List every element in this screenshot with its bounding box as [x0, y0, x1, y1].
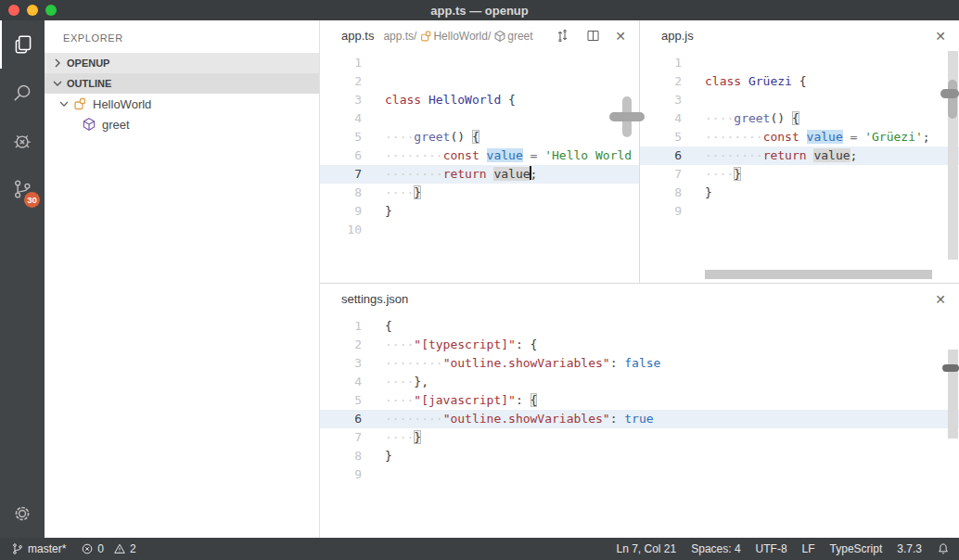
- zoom-window-button[interactable]: [45, 5, 57, 16]
- code-line-10[interactable]: 10: [320, 221, 639, 239]
- vertical-scrollbar-slider-app-js[interactable]: [948, 80, 957, 119]
- sash-handle-app-js[interactable]: [940, 89, 959, 98]
- vertical-scrollbar-track-settings[interactable]: [948, 350, 958, 439]
- outline-item-helloworld[interactable]: HelloWorld: [45, 94, 319, 114]
- code-line-5[interactable]: 5····"[javascript]": {: [320, 391, 959, 410]
- breadcrumb-method[interactable]: greet: [491, 30, 532, 43]
- close-editor-icon[interactable]: ✕: [935, 30, 946, 43]
- status-cursor-position[interactable]: Ln 7, Col 21: [616, 542, 676, 555]
- status-ts-version[interactable]: 3.7.3: [897, 542, 922, 555]
- line-number[interactable]: 1: [320, 317, 362, 336]
- line-number[interactable]: 10: [320, 221, 362, 239]
- line-number[interactable]: 1: [640, 54, 682, 72]
- code-line-8[interactable]: 8}: [320, 447, 959, 465]
- close-editor-icon[interactable]: ✕: [615, 30, 626, 43]
- line-number[interactable]: 5: [320, 128, 362, 146]
- code-line-2[interactable]: 2····"[typescript]": {: [320, 336, 959, 354]
- minimize-window-button[interactable]: [27, 5, 38, 16]
- line-number[interactable]: 7: [320, 428, 362, 447]
- sash-handle-app-ts[interactable]: [609, 112, 645, 121]
- code-line-8[interactable]: 8}: [640, 184, 959, 202]
- code-line-3[interactable]: 3: [640, 91, 959, 109]
- activity-item-explorer[interactable]: [0, 20, 45, 69]
- code-line-5[interactable]: 5····greet() {: [320, 128, 639, 146]
- line-number[interactable]: 9: [320, 465, 362, 484]
- code-line-1[interactable]: 1: [320, 54, 639, 72]
- status-encoding[interactable]: UTF-8: [756, 542, 787, 555]
- status-language[interactable]: TypeScript: [830, 542, 883, 555]
- section-openup[interactable]: OPENUP: [45, 53, 319, 73]
- tab-settings-json[interactable]: settings.json: [341, 292, 408, 306]
- status-branch[interactable]: master*: [11, 542, 66, 555]
- close-editor-icon[interactable]: ✕: [935, 293, 946, 306]
- code-line-9[interactable]: 9}: [320, 202, 639, 221]
- activity-item-settings[interactable]: [0, 490, 45, 538]
- code-line-5[interactable]: 5········const value = 'Grüezi';: [640, 128, 959, 146]
- vertical-scrollbar-slider-settings[interactable]: [942, 364, 959, 372]
- breadcrumb-file[interactable]: app.ts/: [383, 30, 416, 43]
- line-number[interactable]: 9: [320, 202, 362, 221]
- code-line-4[interactable]: 4····greet() {: [640, 109, 959, 128]
- line-number[interactable]: 6: [640, 146, 682, 165]
- status-indentation[interactable]: Spaces: 4: [691, 542, 740, 555]
- code-line-8[interactable]: 8····}: [320, 184, 639, 202]
- status-notifications[interactable]: [937, 542, 950, 555]
- code-line-3[interactable]: 3class HelloWorld {: [320, 91, 639, 109]
- line-number[interactable]: 8: [320, 447, 362, 465]
- line-number[interactable]: 9: [640, 202, 682, 221]
- code-line-9[interactable]: 9: [320, 465, 959, 484]
- line-number[interactable]: 1: [320, 54, 362, 72]
- split-editor-icon[interactable]: [584, 28, 601, 45]
- code-line-2[interactable]: 2class Grüezi {: [640, 72, 959, 91]
- status-eol[interactable]: LF: [802, 542, 815, 555]
- line-content: ········return value;: [705, 146, 857, 165]
- code-line-7[interactable]: 7····}: [320, 428, 959, 447]
- code-line-6[interactable]: 6········"outline.showVariables": true: [320, 410, 959, 428]
- line-number[interactable]: 2: [640, 72, 682, 91]
- code-line-6[interactable]: 6········const value = 'Hello World: [320, 146, 639, 165]
- code-line-9[interactable]: 9: [640, 202, 959, 221]
- code-line-7[interactable]: 7········return value;: [320, 165, 639, 184]
- code-line-4[interactable]: 4····},: [320, 373, 959, 391]
- line-number[interactable]: 3: [320, 354, 362, 373]
- code-line-2[interactable]: 2: [320, 72, 639, 91]
- tab-app-ts[interactable]: app.ts: [341, 29, 374, 43]
- line-number[interactable]: 6: [320, 410, 362, 428]
- line-number[interactable]: 2: [320, 336, 362, 354]
- line-number[interactable]: 3: [640, 91, 682, 109]
- line-number[interactable]: 8: [320, 184, 362, 202]
- close-window-button[interactable]: [8, 5, 19, 16]
- activity-item-source-control[interactable]: 30: [0, 165, 45, 213]
- code-line-4[interactable]: 4: [320, 109, 639, 128]
- activity-item-search[interactable]: [0, 69, 45, 117]
- line-number[interactable]: 4: [640, 109, 682, 128]
- line-number[interactable]: 4: [320, 109, 362, 128]
- code-line-3[interactable]: 3········"outline.showVariables": false: [320, 354, 959, 373]
- section-outline[interactable]: OUTLINE: [45, 73, 319, 94]
- line-number[interactable]: 3: [320, 91, 362, 109]
- breadcrumb-method-label: greet: [507, 30, 532, 43]
- activity-item-debug[interactable]: [0, 117, 45, 165]
- line-number[interactable]: 7: [320, 165, 362, 184]
- code-line-1[interactable]: 1: [640, 54, 959, 72]
- line-number[interactable]: 5: [640, 128, 682, 146]
- tab-app-js[interactable]: app.js: [661, 29, 694, 43]
- horizontal-scrollbar-app-js[interactable]: [705, 270, 932, 279]
- code-line-7[interactable]: 7····}: [640, 165, 959, 184]
- line-number[interactable]: 2: [320, 72, 362, 91]
- line-number[interactable]: 8: [640, 184, 682, 202]
- files-icon: [11, 32, 35, 57]
- symbol-method-icon: [82, 117, 96, 132]
- line-number[interactable]: 7: [640, 165, 682, 184]
- line-content: ····}: [705, 165, 741, 184]
- breadcrumb-class[interactable]: HelloWorld/: [416, 30, 491, 43]
- status-problems[interactable]: 0 2: [81, 542, 135, 555]
- code-line-1[interactable]: 1{: [320, 317, 959, 336]
- line-content: ····"[typescript]": {: [385, 336, 537, 354]
- line-number[interactable]: 4: [320, 373, 362, 391]
- line-number[interactable]: 5: [320, 391, 362, 410]
- compare-changes-icon[interactable]: [554, 28, 570, 45]
- outline-item-greet[interactable]: greet: [45, 114, 319, 134]
- code-line-6[interactable]: 6········return value;: [640, 146, 959, 165]
- line-number[interactable]: 6: [320, 146, 362, 165]
